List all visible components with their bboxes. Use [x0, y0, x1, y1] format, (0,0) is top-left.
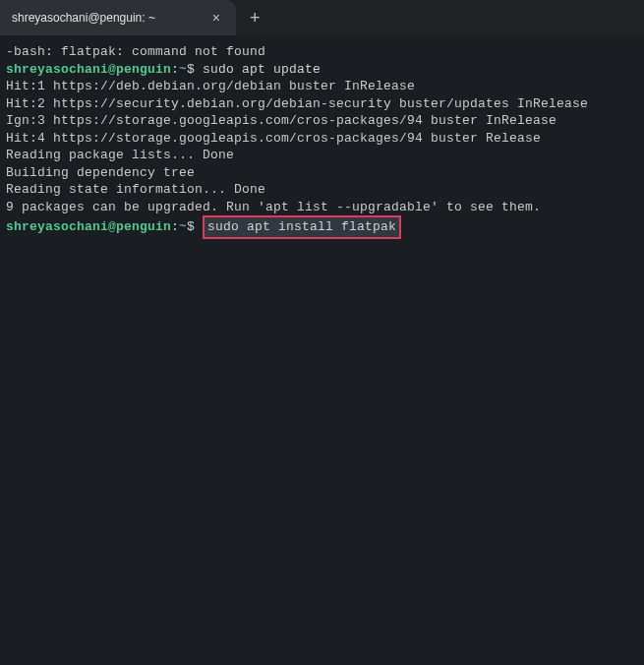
output-line: Building dependency tree [6, 164, 638, 182]
terminal-tab[interactable]: shreyasochani@penguin: ~ × [0, 0, 236, 35]
output-line: Hit:4 https://storage.googleapis.com/cro… [6, 130, 638, 148]
tab-bar: shreyasochani@penguin: ~ × + [0, 0, 644, 35]
prompt-dollar: $ [187, 62, 203, 77]
output-line: Ign:3 https://storage.googleapis.com/cro… [6, 112, 638, 130]
output-line: Hit:1 https://deb.debian.org/debian bust… [6, 78, 638, 95]
prompt-colon: : [171, 219, 179, 234]
prompt-line: shreyasochani@penguin:~$ sudo apt instal… [6, 215, 638, 239]
prompt-path: ~ [179, 62, 187, 77]
prompt-line: shreyasochani@penguin:~$ sudo apt update [6, 61, 638, 79]
prompt-dollar: $ [187, 219, 203, 234]
terminal-body[interactable]: -bash: flatpak: command not found shreya… [0, 35, 644, 247]
output-line: 9 packages can be upgraded. Run 'apt lis… [6, 199, 638, 216]
prompt-user: shreyasochani@penguin [6, 62, 171, 77]
output-line: Reading state information... Done [6, 181, 638, 199]
prompt-path: ~ [179, 219, 187, 234]
output-line: Reading package lists... Done [6, 147, 638, 164]
output-line: -bash: flatpak: command not found [6, 43, 638, 61]
tab-title: shreyasochani@penguin: ~ [12, 11, 197, 25]
command-text: sudo apt update [203, 62, 321, 77]
prompt-user: shreyasochani@penguin [6, 219, 171, 234]
new-tab-button[interactable]: + [236, 8, 274, 29]
command-text: sudo apt install flatpak [207, 219, 396, 234]
highlighted-command: sudo apt install flatpak [203, 215, 401, 239]
output-line: Hit:2 https://security.debian.org/debian… [6, 95, 638, 113]
close-icon[interactable]: × [208, 8, 224, 28]
prompt-colon: : [171, 62, 179, 77]
